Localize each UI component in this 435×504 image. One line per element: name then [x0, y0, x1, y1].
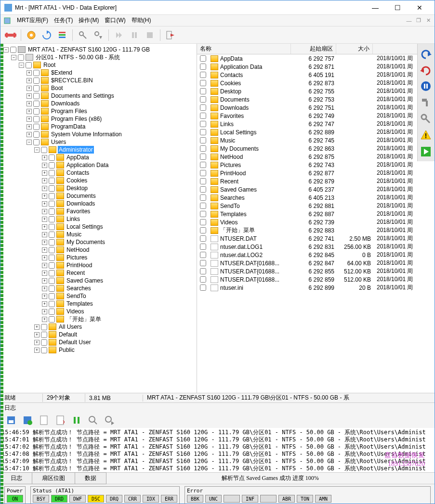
tree-label[interactable]: My Documents	[66, 238, 106, 246]
tree-checkbox[interactable]	[41, 147, 47, 153]
expand-toggle[interactable]: +	[42, 247, 47, 253]
list-row[interactable]: Templates6 292 8872018/10/01 周	[197, 210, 435, 218]
tree-checkbox[interactable]	[49, 170, 55, 176]
list-row[interactable]: Contacts6 405 1912018/10/01 周	[197, 71, 435, 79]
row-checkbox[interactable]	[200, 88, 206, 94]
tree-label[interactable]: $RECYCLE.BIN	[50, 77, 94, 84]
expand-toggle[interactable]: +	[26, 109, 32, 114]
device-icon[interactable]	[3, 28, 18, 42]
tree-label[interactable]: Local Settings	[66, 223, 104, 231]
search-icon[interactable]	[87, 414, 99, 426]
list-row[interactable]: My Documents6 292 8632018/10/01 周	[197, 144, 435, 153]
expand-toggle[interactable]: +	[26, 101, 32, 106]
row-checkbox[interactable]	[200, 252, 206, 258]
tree-label[interactable]: Boot	[50, 84, 64, 92]
row-checkbox[interactable]	[200, 276, 206, 283]
list-row[interactable]: NetHood6 292 8752018/10/01 周	[197, 153, 435, 161]
tree-label[interactable]: Favorites	[66, 207, 91, 215]
hammer-icon[interactable]	[419, 96, 433, 109]
bottom-tab[interactable]: 数据	[75, 472, 106, 484]
tree-checkbox[interactable]	[49, 155, 55, 161]
row-checkbox[interactable]	[200, 96, 206, 103]
tree-label[interactable]: Program Files (x86)	[50, 115, 103, 123]
tree-label[interactable]: Saved Games	[66, 277, 104, 284]
list-row[interactable]: NTUSER.DAT{01688...6 292 84764.00 KB2018…	[197, 259, 435, 267]
row-checkbox[interactable]	[200, 55, 206, 62]
tree-label[interactable]: Administrator	[58, 146, 94, 154]
menu-item[interactable]: MRT应用(F)	[14, 16, 51, 25]
list-row[interactable]: Favorites6 292 7492018/10/01 周	[197, 112, 435, 120]
save-green-icon[interactable]	[22, 414, 33, 426]
expand-toggle[interactable]: −	[19, 63, 24, 68]
bottom-tab[interactable]: 日志	[0, 472, 32, 484]
tree-label[interactable]: SendTo	[66, 292, 87, 300]
tree-label[interactable]: $Extend	[50, 69, 73, 77]
tree-label[interactable]: Pictures	[66, 254, 88, 261]
tree-label[interactable]: Program Files	[50, 107, 88, 115]
tree-label[interactable]: Users	[50, 138, 67, 146]
tree-checkbox[interactable]	[33, 85, 40, 91]
redo-icon[interactable]	[419, 63, 433, 77]
tree-checkbox[interactable]	[49, 247, 55, 253]
menu-item[interactable]: 任务(T)	[51, 16, 76, 25]
tree-checkbox[interactable]	[33, 116, 40, 122]
tree-label[interactable]: Application Data	[66, 161, 109, 169]
tree-label[interactable]: Downloads	[66, 200, 96, 207]
expand-toggle[interactable]: +	[42, 263, 47, 268]
row-checkbox[interactable]	[200, 268, 206, 274]
expand-toggle[interactable]: +	[34, 332, 40, 337]
list-row[interactable]: NTUSER.DAT{01688...6 292 855512.00 KB201…	[197, 267, 435, 275]
tree-checkbox[interactable]	[33, 131, 40, 138]
list-row[interactable]: Recent6 292 8792018/10/01 周	[197, 177, 435, 185]
mdi-restore-button[interactable]: ❐	[415, 17, 422, 24]
tree-checkbox[interactable]	[49, 293, 55, 299]
save-icon[interactable]	[5, 414, 17, 426]
refresh-icon[interactable]	[40, 28, 54, 42]
expand-toggle[interactable]: −	[3, 47, 9, 52]
expand-toggle[interactable]: +	[26, 86, 32, 91]
stop-icon[interactable]	[143, 28, 157, 42]
expand-toggle[interactable]: +	[42, 186, 47, 191]
row-checkbox[interactable]	[200, 219, 206, 225]
tree-checkbox[interactable]	[49, 239, 55, 246]
expand-toggle[interactable]: −	[26, 140, 32, 145]
tree-label[interactable]: NetHood	[66, 246, 90, 254]
list-row[interactable]: Saved Games6 405 2372018/10/01 周	[197, 185, 435, 194]
tree-checkbox[interactable]	[49, 255, 55, 261]
list-row[interactable]: ntuser.dat.LOG16 292 831256.00 KB2018/10…	[197, 243, 435, 251]
row-checkbox[interactable]	[200, 244, 206, 250]
tree-checkbox[interactable]	[49, 178, 55, 184]
row-checkbox[interactable]	[200, 129, 206, 135]
list-row[interactable]: Downloads6 292 7512018/10/01 周	[197, 103, 435, 112]
expand-toggle[interactable]: +	[42, 271, 47, 276]
tree-label[interactable]: Searches	[66, 284, 92, 292]
tree-label[interactable]: Default	[58, 331, 78, 338]
tree-checkbox[interactable]	[41, 324, 47, 330]
col-sector[interactable]: 起始扇区	[291, 44, 336, 54]
row-checkbox[interactable]	[200, 211, 206, 217]
list-row[interactable]: NTUSER.DAT6 292 7412.50 MB2018/10/01 周	[197, 234, 435, 243]
tree-label[interactable]: Public	[58, 346, 76, 354]
tree-checkbox[interactable]	[49, 208, 55, 215]
list-row[interactable]: Music6 292 7452018/10/01 周	[197, 136, 435, 144]
list-row[interactable]: AppData6 292 7572018/10/01 周	[197, 54, 435, 63]
tree-checkbox[interactable]	[49, 301, 55, 307]
tree-checkbox[interactable]	[49, 232, 55, 238]
tree-checkbox[interactable]	[49, 285, 55, 292]
tree-checkbox[interactable]	[49, 216, 55, 222]
expand-toggle[interactable]: +	[34, 324, 40, 330]
row-checkbox[interactable]	[200, 260, 206, 266]
list-row[interactable]: ntuser.ini6 292 89920 B2018/10/01 周	[197, 284, 435, 292]
page-icon[interactable]	[38, 414, 50, 426]
tree-label[interactable]: Contacts	[66, 169, 90, 177]
row-checkbox[interactable]	[200, 162, 206, 168]
expand-toggle[interactable]: +	[42, 240, 47, 245]
list-row[interactable]: Documents6 292 7532018/10/01 周	[197, 95, 435, 103]
log-body[interactable]: 盘首数据恢复 18913587620 15:46:59 解析节点成功！ 节点路径…	[0, 428, 435, 472]
row-checkbox[interactable]	[200, 145, 206, 152]
expand-toggle[interactable]: +	[26, 124, 32, 129]
list-row[interactable]: NTUSER.DAT{01688...6 292 859512.00 KB201…	[197, 275, 435, 284]
expand-toggle[interactable]: +	[42, 170, 47, 176]
tree-checkbox[interactable]	[49, 193, 55, 199]
list-body[interactable]: AppData6 292 7572018/10/01 周Application …	[197, 54, 435, 393]
